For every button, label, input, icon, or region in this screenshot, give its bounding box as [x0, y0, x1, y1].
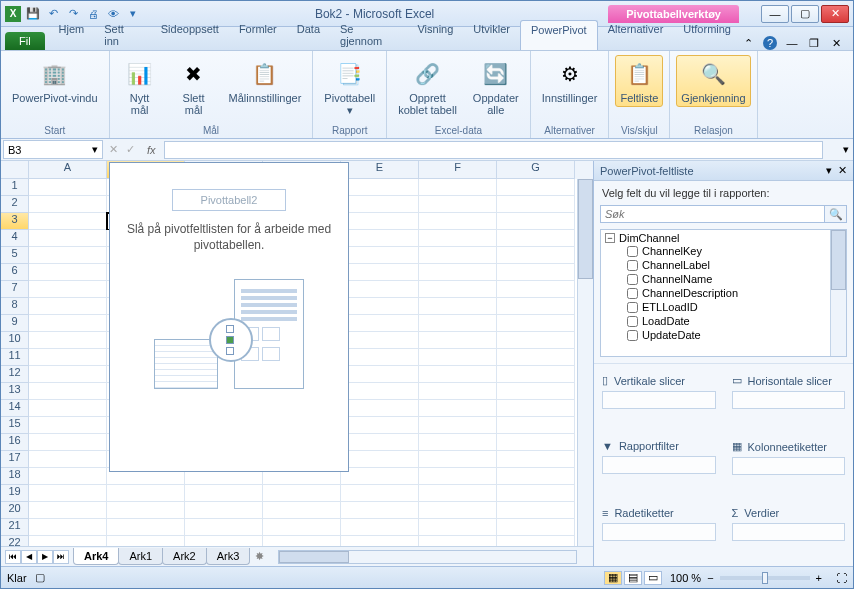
- tab-sett-inn[interactable]: Sett inn: [94, 20, 151, 50]
- sheet-nav-last-icon[interactable]: ⏭: [53, 550, 69, 564]
- fieldlist-scrollbar[interactable]: [830, 230, 846, 357]
- cell-F2[interactable]: [419, 196, 497, 213]
- tab-sideoppsett[interactable]: Sideoppsett: [151, 20, 229, 50]
- cell-D21[interactable]: [263, 519, 341, 536]
- dropzone-box[interactable]: [602, 391, 716, 409]
- page-layout-view-icon[interactable]: ▤: [624, 571, 642, 585]
- dropzone-verdier[interactable]: ΣVerdier: [724, 501, 854, 566]
- col-header-F[interactable]: F: [419, 161, 497, 179]
- ribbon-btn-opprett[interactable]: 🔗Opprett koblet tabell: [393, 55, 462, 119]
- cell-E14[interactable]: [341, 400, 419, 417]
- tab-formler[interactable]: Formler: [229, 20, 287, 50]
- row-header-15[interactable]: 15: [1, 417, 29, 434]
- cell-E5[interactable]: [341, 247, 419, 264]
- row-header-14[interactable]: 14: [1, 400, 29, 417]
- cell-E15[interactable]: [341, 417, 419, 434]
- cell-G21[interactable]: [497, 519, 575, 536]
- cell-A12[interactable]: [29, 366, 107, 383]
- row-header-22[interactable]: 22: [1, 536, 29, 546]
- cell-F15[interactable]: [419, 417, 497, 434]
- dropzone-rapportfilter[interactable]: ▼Rapportfilter: [594, 434, 724, 500]
- row-header-4[interactable]: 4: [1, 230, 29, 247]
- ribbon-btn-oppdater[interactable]: 🔄Oppdater alle: [468, 55, 524, 119]
- cell-F1[interactable]: [419, 179, 497, 196]
- cell-C20[interactable]: [185, 502, 263, 519]
- minimize-ribbon-icon[interactable]: ⌃: [741, 36, 755, 50]
- ribbon-btn-powerpivot-vindu[interactable]: 🏢PowerPivot-vindu: [7, 55, 103, 107]
- sheet-tab-ark2[interactable]: Ark2: [162, 548, 207, 565]
- page-break-view-icon[interactable]: ▭: [644, 571, 662, 585]
- cell-E2[interactable]: [341, 196, 419, 213]
- row-header-3[interactable]: 3: [1, 213, 29, 230]
- dropzone-box[interactable]: [732, 523, 846, 541]
- tab-visning[interactable]: Visning: [407, 20, 463, 50]
- cell-C22[interactable]: [185, 536, 263, 546]
- cell-G20[interactable]: [497, 502, 575, 519]
- cell-D20[interactable]: [263, 502, 341, 519]
- cell-E7[interactable]: [341, 281, 419, 298]
- cell-G5[interactable]: [497, 247, 575, 264]
- cell-F8[interactable]: [419, 298, 497, 315]
- ribbon-btn-målinnstillinger[interactable]: 📋Målinnstillinger: [224, 55, 307, 107]
- cell-A17[interactable]: [29, 451, 107, 468]
- help-icon[interactable]: ?: [763, 36, 777, 50]
- dropzone-box[interactable]: [732, 457, 846, 475]
- row-header-19[interactable]: 19: [1, 485, 29, 502]
- cell-G12[interactable]: [497, 366, 575, 383]
- cell-B19[interactable]: [107, 485, 185, 502]
- save-icon[interactable]: 💾: [25, 6, 41, 22]
- cell-B22[interactable]: [107, 536, 185, 546]
- cell-E8[interactable]: [341, 298, 419, 315]
- dropzone-kolonneetiketter[interactable]: ▦Kolonneetiketter: [724, 434, 854, 500]
- fullscreen-icon[interactable]: ⛶: [836, 572, 847, 584]
- cell-F22[interactable]: [419, 536, 497, 546]
- sheet-nav-next-icon[interactable]: ▶: [37, 550, 53, 564]
- dropzone-vertikale-slicer[interactable]: ▯Vertikale slicer: [594, 368, 724, 434]
- cell-E10[interactable]: [341, 332, 419, 349]
- worksheet[interactable]: ABCDEFG 12345678910111213141516171819202…: [1, 161, 593, 546]
- cell-E1[interactable]: [341, 179, 419, 196]
- file-tab[interactable]: Fil: [5, 32, 45, 50]
- workbook-minimize-icon[interactable]: —: [785, 36, 799, 50]
- name-box[interactable]: B3 ▾: [3, 140, 103, 159]
- cell-A6[interactable]: [29, 264, 107, 281]
- sheet-tab-ark3[interactable]: Ark3: [206, 548, 251, 565]
- cell-A10[interactable]: [29, 332, 107, 349]
- context-tab-utforming[interactable]: Utforming: [673, 20, 741, 50]
- cell-G2[interactable]: [497, 196, 575, 213]
- cell-F16[interactable]: [419, 434, 497, 451]
- cell-D19[interactable]: [263, 485, 341, 502]
- sheet-nav-prev-icon[interactable]: ◀: [21, 550, 37, 564]
- field-channellabel[interactable]: ChannelLabel: [627, 258, 842, 272]
- cell-A7[interactable]: [29, 281, 107, 298]
- cell-E12[interactable]: [341, 366, 419, 383]
- name-box-dropdown-icon[interactable]: ▾: [92, 143, 98, 156]
- dropzone-box[interactable]: [732, 391, 846, 409]
- row-header-16[interactable]: 16: [1, 434, 29, 451]
- field-checkbox-channellabel[interactable]: [627, 260, 638, 271]
- cell-G22[interactable]: [497, 536, 575, 546]
- cell-G15[interactable]: [497, 417, 575, 434]
- fx-icon[interactable]: fx: [139, 144, 164, 156]
- cell-E19[interactable]: [341, 485, 419, 502]
- cell-F20[interactable]: [419, 502, 497, 519]
- cell-G16[interactable]: [497, 434, 575, 451]
- zoom-slider[interactable]: [720, 576, 810, 580]
- cell-F9[interactable]: [419, 315, 497, 332]
- fieldlist-close-icon[interactable]: ✕: [838, 164, 847, 177]
- row-header-21[interactable]: 21: [1, 519, 29, 536]
- cell-E21[interactable]: [341, 519, 419, 536]
- cell-A3[interactable]: [29, 213, 107, 230]
- cell-F4[interactable]: [419, 230, 497, 247]
- new-sheet-icon[interactable]: ✸: [249, 550, 270, 563]
- cell-A15[interactable]: [29, 417, 107, 434]
- zoom-in-icon[interactable]: +: [816, 572, 822, 584]
- field-etlloadid[interactable]: ETLLoadID: [627, 300, 842, 314]
- cell-E18[interactable]: [341, 468, 419, 485]
- row-header-20[interactable]: 20: [1, 502, 29, 519]
- cell-F6[interactable]: [419, 264, 497, 281]
- formula-input[interactable]: [164, 141, 823, 159]
- cell-G7[interactable]: [497, 281, 575, 298]
- tab-utvikler[interactable]: Utvikler: [463, 20, 520, 50]
- cell-G8[interactable]: [497, 298, 575, 315]
